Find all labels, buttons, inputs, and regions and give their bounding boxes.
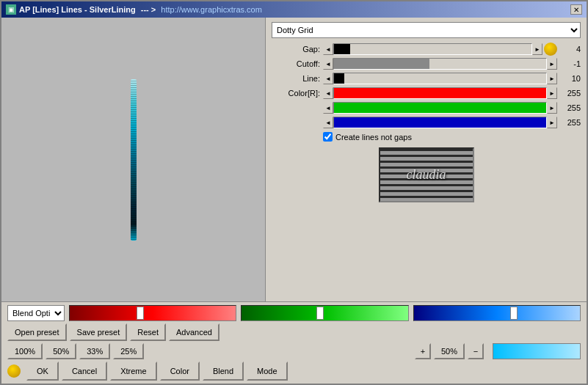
zoom-minus-button[interactable]: − xyxy=(468,343,484,359)
reset-button[interactable]: Reset xyxy=(130,323,166,341)
title-bar: ▣ AP [Lines] Lines - SilverLining --- > … xyxy=(1,1,587,18)
window-title: AP [Lines] Lines - SilverLining xyxy=(19,5,136,14)
red-blend-slider[interactable] xyxy=(69,305,236,321)
green-slider-thumb xyxy=(316,307,324,320)
ok-button[interactable]: OK xyxy=(26,362,59,381)
window-separator: --- > xyxy=(139,5,159,14)
preset-buttons-row: Open preset Save preset Reset Advanced xyxy=(7,323,581,341)
cutoff-slider-left[interactable]: ◄ xyxy=(323,58,333,70)
gap-slider-left[interactable]: ◄ xyxy=(323,43,333,55)
main-window: ▣ AP [Lines] Lines - SilverLining --- > … xyxy=(0,0,588,385)
bottom-controls: Blend Opti Normal Multiply Open preset S… xyxy=(1,301,587,384)
color-preview-bar xyxy=(493,343,581,359)
color-r-value: 255 xyxy=(557,89,581,98)
gap-label: Gap: xyxy=(272,45,323,54)
preview-text: claudia xyxy=(407,167,446,183)
line-slider-right[interactable]: ► xyxy=(547,73,557,84)
green-blend-slider[interactable] xyxy=(241,305,408,321)
gap-row: Gap: ◄ ► 4 xyxy=(272,43,581,56)
create-lines-label: Create lines not gaps xyxy=(335,133,412,142)
open-preset-button[interactable]: Open preset xyxy=(7,323,67,341)
zoom-control-group: + 50% − xyxy=(415,343,484,359)
color-r-slider-fill xyxy=(334,88,546,98)
color-b-slider-right[interactable]: ► xyxy=(547,117,557,128)
color-r-row: Color[R]: ◄ ► 255 xyxy=(272,87,581,100)
zoom-current-display: 50% xyxy=(434,343,465,359)
zoom-100-button[interactable]: 100% xyxy=(7,343,43,359)
line-row: Line: ◄ ► 10 xyxy=(272,72,581,85)
blend-button[interactable]: Blend xyxy=(203,362,244,381)
cutoff-slider-track[interactable] xyxy=(333,58,547,70)
blue-blend-slider[interactable] xyxy=(413,305,581,321)
dotted-overlay xyxy=(131,79,137,241)
gap-slider-track[interactable] xyxy=(333,43,532,55)
left-preview-panel xyxy=(1,18,266,301)
bottom-action-buttons-row: OK Cancel Xtreme Color Blend Mode xyxy=(7,362,581,381)
advanced-button[interactable]: Advanced xyxy=(169,323,219,341)
mode-button[interactable]: Mode xyxy=(247,362,288,381)
zoom-25-button[interactable]: 25% xyxy=(113,343,144,359)
color-r-slider-right[interactable]: ► xyxy=(547,87,557,99)
zoom-50-button[interactable]: 50% xyxy=(46,343,76,359)
zoom-33-button[interactable]: 33% xyxy=(79,343,110,359)
xtreme-button[interactable]: Xtreme xyxy=(110,362,156,381)
cancel-button[interactable]: Cancel xyxy=(62,362,107,381)
cutoff-row: Cutoff: ◄ ► -1 xyxy=(272,57,581,70)
save-preset-button[interactable]: Save preset xyxy=(70,323,128,341)
color-b-slider-left[interactable]: ◄ xyxy=(323,117,333,128)
preview-box: claudia xyxy=(379,147,474,202)
title-bar-left: ▣ AP [Lines] Lines - SilverLining --- > … xyxy=(6,4,262,15)
preset-select[interactable]: Dotty Grid Lines Grid Dots xyxy=(272,22,581,38)
close-button[interactable]: ✕ xyxy=(570,4,582,15)
preset-row: Dotty Grid Lines Grid Dots xyxy=(272,22,581,38)
color-b-slider-track[interactable] xyxy=(333,117,547,128)
blue-slider-thumb xyxy=(510,307,518,320)
gap-tip-icon xyxy=(544,43,557,56)
app-icon: ▣ xyxy=(6,4,16,15)
red-slider-thumb xyxy=(137,307,144,320)
ok-icon xyxy=(7,364,21,378)
color-g-value: 255 xyxy=(557,103,581,112)
gap-slider-fill xyxy=(334,44,350,54)
preview-line-container xyxy=(131,79,137,241)
checkbox-row: Create lines not gaps xyxy=(323,132,581,142)
blend-select[interactable]: Blend Opti Normal Multiply xyxy=(7,305,65,321)
color-r-slider-left[interactable]: ◄ xyxy=(323,87,333,99)
line-value: 10 xyxy=(557,74,581,83)
line-slider-track[interactable] xyxy=(333,73,547,84)
cutoff-label: Cutoff: xyxy=(272,59,323,68)
color-b-slider-fill xyxy=(334,117,546,128)
main-area: Dotty Grid Lines Grid Dots Gap: ◄ ► 4 C xyxy=(1,18,587,301)
zoom-row: 100% 50% 33% 25% + 50% − xyxy=(7,343,581,359)
line-label: Line: xyxy=(272,74,323,83)
gap-value: 4 xyxy=(557,45,581,54)
zoom-plus-button[interactable]: + xyxy=(415,343,431,359)
blend-sliders-row: Blend Opti Normal Multiply xyxy=(7,305,581,321)
cutoff-slider-right[interactable]: ► xyxy=(547,58,557,70)
preview-container: claudia xyxy=(272,147,581,202)
color-g-row: ◄ ► 255 xyxy=(272,101,581,114)
cutoff-slider-fill xyxy=(334,59,429,69)
window-url[interactable]: http://www.graphicxtras.com xyxy=(161,5,262,14)
color-g-slider-right[interactable]: ► xyxy=(547,102,557,114)
line-slider-fill xyxy=(334,73,344,84)
create-lines-checkbox[interactable] xyxy=(323,132,333,142)
color-g-slider-fill xyxy=(334,103,546,113)
color-r-slider-track[interactable] xyxy=(333,87,547,99)
cutoff-value: -1 xyxy=(557,59,581,68)
color-button[interactable]: Color xyxy=(160,362,200,381)
color-r-label: Color[R]: xyxy=(272,89,323,98)
color-b-value: 255 xyxy=(557,118,581,127)
color-b-row: ◄ ► 255 xyxy=(272,116,581,129)
color-g-slider-left[interactable]: ◄ xyxy=(323,102,333,114)
gap-slider-right[interactable]: ► xyxy=(532,43,542,55)
line-slider-left[interactable]: ◄ xyxy=(323,73,333,84)
right-controls-panel: Dotty Grid Lines Grid Dots Gap: ◄ ► 4 C xyxy=(266,18,587,301)
color-g-slider-track[interactable] xyxy=(333,102,547,114)
